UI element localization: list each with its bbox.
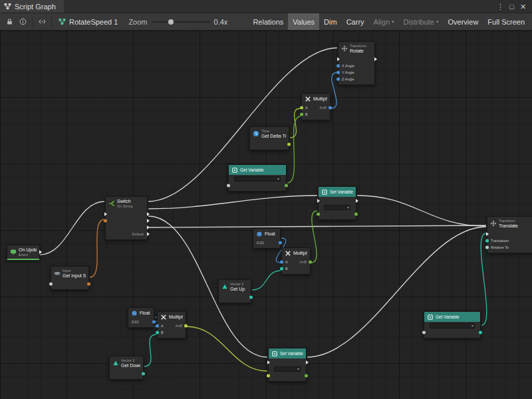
- node-row: Translation: [487, 237, 532, 244]
- node-get-input-string[interactable]: InputGet Input String: [51, 266, 89, 290]
- node-get-delta-time[interactable]: TimeGet Delta Time: [249, 126, 289, 150]
- output-port[interactable]: [147, 225, 150, 229]
- input-port[interactable]: [156, 325, 159, 328]
- node-on-update[interactable]: On UpdateEvent: [7, 245, 40, 260]
- output-port[interactable]: [306, 360, 309, 364]
- port-label: B: [161, 331, 164, 334]
- connection-wire-15: [144, 334, 156, 366]
- input-port[interactable]: [104, 219, 107, 222]
- output-port[interactable]: [147, 219, 150, 223]
- input-port[interactable]: [485, 245, 489, 249]
- node-float-bottom[interactable]: Float0.01: [128, 307, 154, 328]
- output-port[interactable]: [249, 295, 253, 299]
- node-get-variable-top[interactable]: Get Variable▾: [228, 164, 287, 192]
- output-port[interactable]: [279, 241, 282, 245]
- port-label: B: [285, 267, 288, 271]
- window-menu-button[interactable]: ⋮: [495, 1, 506, 13]
- port-label: A×B: [319, 106, 327, 110]
- variable-name-field[interactable]: ▾: [324, 205, 350, 210]
- input-port[interactable]: [486, 232, 489, 236]
- input-port[interactable]: [267, 360, 270, 364]
- output-port[interactable]: [329, 106, 332, 110]
- input-port[interactable]: [300, 106, 303, 110]
- output-port[interactable]: [147, 232, 150, 236]
- input-port[interactable]: [227, 184, 230, 188]
- output-port[interactable]: [142, 372, 145, 375]
- input-port[interactable]: [317, 199, 320, 203]
- output-port[interactable]: [287, 142, 291, 146]
- node-vector3-get-down[interactable]: Vector 3Get Down: [109, 356, 144, 380]
- input-port[interactable]: [422, 331, 426, 334]
- input-port[interactable]: [300, 113, 303, 116]
- node-multiply-mid[interactable]: MultiplyAA×BB: [281, 247, 311, 275]
- input-port[interactable]: [337, 57, 340, 61]
- graph-canvas[interactable]: On UpdateEventInputGet Input StringSwitc…: [0, 31, 532, 399]
- node-row: [219, 294, 251, 301]
- tab-title: Script Graph: [15, 3, 56, 11]
- output-port[interactable]: [309, 261, 312, 264]
- toolbar-button-align[interactable]: Align▾: [369, 13, 399, 30]
- code-view-button[interactable]: [35, 15, 49, 29]
- variable-name-field[interactable]: ▾: [234, 176, 281, 182]
- output-port[interactable]: [39, 250, 42, 254]
- toolbar-button-relations[interactable]: Relations: [248, 13, 288, 30]
- input-port[interactable]: [336, 77, 340, 80]
- input-port[interactable]: [485, 239, 489, 242]
- output-port[interactable]: [354, 213, 358, 216]
- input-port[interactable]: [156, 331, 159, 334]
- zoom-value: 0.4x: [214, 18, 228, 26]
- node-titles: Multiply: [169, 315, 183, 320]
- variable-name-field[interactable]: ▾: [274, 366, 301, 372]
- input-port[interactable]: [317, 213, 320, 216]
- output-port[interactable]: [374, 57, 377, 61]
- node-multiply-bottom[interactable]: MultiplyAA×BB: [157, 311, 186, 338]
- info-button[interactable]: [16, 15, 29, 29]
- toolbar-button-carry[interactable]: Carry: [342, 13, 369, 30]
- output-port[interactable]: [356, 199, 358, 203]
- node-set-variable-bottom[interactable]: Set Variable▾: [268, 348, 307, 382]
- node-body: ▾: [424, 322, 480, 338]
- node-float-mid[interactable]: Float0.01: [253, 228, 281, 249]
- input-port[interactable]: [280, 261, 283, 264]
- output-port[interactable]: [147, 212, 150, 216]
- output-port[interactable]: [152, 321, 156, 324]
- node-title: On Update: [19, 247, 37, 253]
- node-set-variable-mid[interactable]: Set Variable▾: [318, 186, 356, 220]
- toolbar-button-overview[interactable]: Overview: [444, 13, 483, 30]
- input-port[interactable]: [267, 374, 270, 378]
- zoom-label: Zoom: [128, 18, 147, 26]
- window-maximize-button[interactable]: □: [506, 1, 517, 13]
- transform-icon: [341, 45, 348, 52]
- zoom-slider-thumb[interactable]: [168, 19, 174, 25]
- output-port[interactable]: [479, 331, 482, 334]
- node-multiply-top[interactable]: MultiplyAA×BB: [301, 93, 331, 120]
- toolbar: RotateSpeed 1 Zoom 0.4x RelationsValuesD…: [0, 13, 532, 31]
- node-get-variable-right[interactable]: Get Variable▾: [424, 311, 481, 338]
- output-port[interactable]: [305, 374, 308, 378]
- node-vector3-get-up[interactable]: Vector 3Get Up: [218, 279, 251, 303]
- toolbar-button-values[interactable]: Values: [288, 13, 319, 30]
- node-row: X Angle: [338, 63, 374, 69]
- toolbar-button-distribute[interactable]: Distribute▾: [399, 13, 444, 30]
- output-port[interactable]: [285, 184, 288, 188]
- window-close-button[interactable]: ✕: [517, 1, 529, 13]
- input-port[interactable]: [104, 212, 107, 216]
- input-port[interactable]: [280, 267, 283, 271]
- node-title: Get Variable: [240, 168, 283, 173]
- input-port[interactable]: [336, 64, 340, 67]
- lock-button[interactable]: [3, 15, 16, 29]
- tab-script-graph[interactable]: Script Graph: [0, 0, 64, 13]
- toolbar-button-dim[interactable]: Dim: [319, 13, 342, 30]
- input-port[interactable]: [336, 70, 340, 74]
- toolbar-button-full-screen[interactable]: Full Screen: [483, 13, 529, 30]
- node-transform-rotate[interactable]: TransformRotateX AngleY AngleZ Angle: [338, 41, 375, 85]
- input-port[interactable]: [49, 282, 53, 285]
- output-port[interactable]: [87, 282, 90, 285]
- output-port[interactable]: [184, 325, 188, 328]
- graph-breadcrumb[interactable]: RotateSpeed 1: [55, 18, 122, 26]
- node-transform-translate[interactable]: TransformTranslateTranslationRelative To: [487, 216, 532, 253]
- node-switch-on-string[interactable]: SwitchOn StringDefault: [105, 196, 148, 240]
- zoom-slider[interactable]: [152, 18, 209, 26]
- variable-name-field[interactable]: ▾: [430, 323, 475, 329]
- variable-icon: [321, 189, 328, 196]
